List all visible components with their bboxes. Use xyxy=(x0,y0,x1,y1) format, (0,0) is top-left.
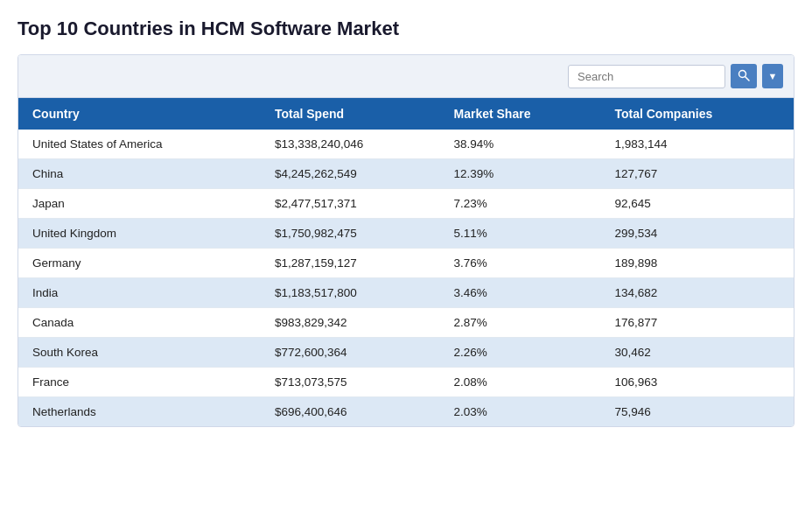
cell-total_companies: 30,462 xyxy=(600,338,794,368)
table-row: India$1,183,517,8003.46%134,682 xyxy=(18,278,794,308)
cell-total_companies: 299,534 xyxy=(600,219,794,249)
page-title: Top 10 Countries in HCM Software Market xyxy=(18,18,794,40)
table-body: United States of America$13,338,240,0463… xyxy=(18,130,794,426)
cell-total_companies: 134,682 xyxy=(600,278,794,308)
cell-total_spend: $1,287,159,127 xyxy=(261,249,440,278)
cell-market_share: 3.46% xyxy=(440,278,601,308)
col-header-total-spend: Total Spend xyxy=(261,98,440,130)
cell-total_companies: 127,767 xyxy=(600,159,794,189)
cell-market_share: 2.87% xyxy=(440,308,601,338)
table-container: ▼ Country Total Spend Market Share Total… xyxy=(18,54,794,427)
cell-total_spend: $1,750,982,475 xyxy=(261,219,440,249)
cell-total_spend: $983,829,342 xyxy=(261,308,440,338)
cell-total_spend: $2,477,517,371 xyxy=(261,189,440,219)
cell-total_companies: 189,898 xyxy=(600,249,794,278)
cell-total_spend: $4,245,262,549 xyxy=(261,159,440,189)
cell-market_share: 3.76% xyxy=(440,249,601,278)
cell-country: Canada xyxy=(18,308,261,338)
cell-country: India xyxy=(18,278,261,308)
cell-country: United States of America xyxy=(18,130,261,159)
table-row: Canada$983,829,3422.87%176,877 xyxy=(18,308,794,338)
col-header-market-share: Market Share xyxy=(440,98,601,130)
cell-market_share: 5.11% xyxy=(440,219,601,249)
cell-market_share: 2.26% xyxy=(440,338,601,368)
col-header-country: Country xyxy=(18,98,261,130)
cell-total_spend: $1,183,517,800 xyxy=(261,278,440,308)
cell-market_share: 2.03% xyxy=(440,397,601,427)
dropdown-button[interactable]: ▼ xyxy=(762,64,783,88)
cell-country: United Kingdom xyxy=(18,219,261,249)
search-button[interactable] xyxy=(731,64,757,88)
search-input[interactable] xyxy=(568,65,725,88)
cell-total_companies: 176,877 xyxy=(600,308,794,338)
cell-total_companies: 75,946 xyxy=(600,397,794,427)
cell-market_share: 12.39% xyxy=(440,159,601,189)
cell-market_share: 38.94% xyxy=(440,130,601,159)
cell-total_spend: $696,400,646 xyxy=(261,397,440,427)
toolbar: ▼ xyxy=(18,55,794,98)
table-row: France$713,073,5752.08%106,963 xyxy=(18,368,794,397)
cell-total_companies: 1,983,144 xyxy=(600,130,794,159)
cell-country: South Korea xyxy=(18,338,261,368)
table-row: Germany$1,287,159,1273.76%189,898 xyxy=(18,249,794,278)
col-header-total-companies: Total Companies xyxy=(600,98,794,130)
svg-line-1 xyxy=(746,76,750,81)
cell-total_companies: 106,963 xyxy=(600,368,794,397)
cell-country: China xyxy=(18,159,261,189)
cell-market_share: 2.08% xyxy=(440,368,601,397)
cell-total_spend: $772,600,364 xyxy=(261,338,440,368)
cell-country: Netherlands xyxy=(18,397,261,427)
cell-market_share: 7.23% xyxy=(440,189,601,219)
table-row: South Korea$772,600,3642.26%30,462 xyxy=(18,338,794,368)
cell-country: France xyxy=(18,368,261,397)
table-row: United States of America$13,338,240,0463… xyxy=(18,130,794,159)
table-row: China$4,245,262,54912.39%127,767 xyxy=(18,159,794,189)
cell-country: Japan xyxy=(18,189,261,219)
table-row: Japan$2,477,517,3717.23%92,645 xyxy=(18,189,794,219)
data-table: Country Total Spend Market Share Total C… xyxy=(18,98,794,426)
cell-total_spend: $13,338,240,046 xyxy=(261,130,440,159)
table-row: Netherlands$696,400,6462.03%75,946 xyxy=(18,397,794,427)
search-icon xyxy=(738,69,750,84)
cell-country: Germany xyxy=(18,249,261,278)
chevron-down-icon: ▼ xyxy=(768,71,778,81)
table-header-row: Country Total Spend Market Share Total C… xyxy=(18,98,794,130)
cell-total_spend: $713,073,575 xyxy=(261,368,440,397)
table-row: United Kingdom$1,750,982,4755.11%299,534 xyxy=(18,219,794,249)
cell-total_companies: 92,645 xyxy=(600,189,794,219)
